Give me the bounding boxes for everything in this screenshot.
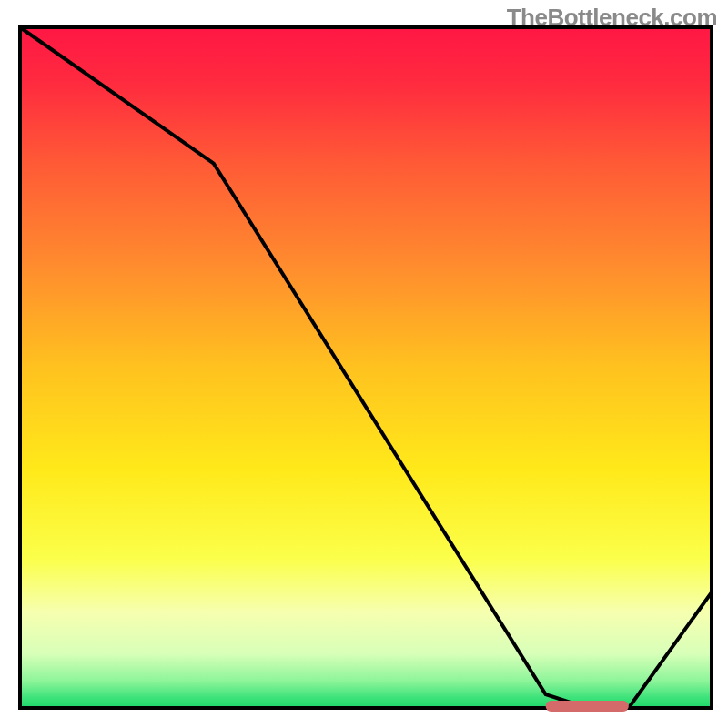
plot-background <box>20 27 712 708</box>
watermark-text: TheBottleneck.com <box>507 4 717 32</box>
min-marker <box>546 701 629 712</box>
bottleneck-chart <box>0 0 728 728</box>
chart-container: TheBottleneck.com <box>0 0 728 728</box>
